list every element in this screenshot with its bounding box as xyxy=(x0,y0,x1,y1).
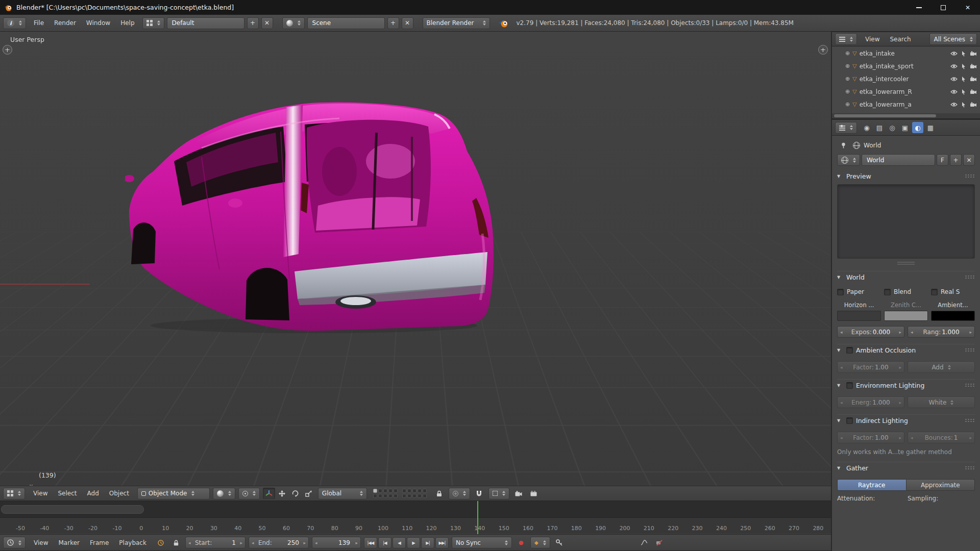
gather-raytrace-button[interactable]: Raytrace xyxy=(837,479,906,491)
layer-dot[interactable] xyxy=(402,494,406,498)
tab-world-icon[interactable]: ◐ xyxy=(912,122,923,133)
driver-curve-button[interactable] xyxy=(638,537,650,548)
renderability-camera-icon[interactable] xyxy=(970,51,977,56)
current-frame-field[interactable]: 139 xyxy=(312,537,361,548)
renderability-camera-icon[interactable] xyxy=(970,64,977,69)
unlink-world-button[interactable]: ✕ xyxy=(963,154,975,166)
add-screen-layout-button[interactable]: + xyxy=(247,17,259,29)
fake-user-button[interactable]: F xyxy=(937,154,948,166)
properties-shelf-expand-icon[interactable]: + xyxy=(818,45,828,55)
visibility-eye-icon[interactable] xyxy=(950,102,958,107)
layer-dot[interactable] xyxy=(378,494,382,498)
horizon-color-swatch[interactable] xyxy=(837,311,881,321)
world-name-field[interactable]: World xyxy=(862,154,935,166)
object-name-label[interactable]: etka_intake xyxy=(860,50,948,57)
layer-dot[interactable] xyxy=(412,494,416,498)
selectability-cursor-icon[interactable] xyxy=(961,63,966,69)
visibility-eye-icon[interactable] xyxy=(950,89,958,94)
menu-view[interactable]: View xyxy=(860,32,885,46)
layer-dot[interactable] xyxy=(423,494,427,498)
outliner-item-etka-intake[interactable]: ⊕ ▽ etka_intake xyxy=(832,47,980,60)
3d-viewport[interactable]: User Persp + + y x (139) xyxy=(0,32,831,486)
viewport-shading-dropdown[interactable] xyxy=(213,488,235,499)
renderability-camera-icon[interactable] xyxy=(970,89,977,94)
delete-scene-button[interactable]: ✕ xyxy=(402,17,413,29)
car-model[interactable] xyxy=(125,101,498,336)
object-name-label[interactable]: etka_lowerarm_R xyxy=(860,88,948,95)
scene-browse-button[interactable] xyxy=(282,17,305,29)
layer-dot[interactable] xyxy=(412,489,416,493)
panel-grip-icon[interactable] xyxy=(965,275,975,280)
layer-dot[interactable] xyxy=(394,489,398,493)
object-icon[interactable]: ⊕ xyxy=(845,88,850,95)
timeline-scrollbar[interactable] xyxy=(1,505,144,514)
scene-name-field[interactable]: Scene xyxy=(307,17,385,29)
tab-texture-icon[interactable]: ▦ xyxy=(925,122,936,133)
render-engine-dropdown[interactable]: Blender Render xyxy=(423,17,490,29)
display-mode-dropdown[interactable]: All Scenes xyxy=(929,33,977,45)
timeline[interactable]: -50-40-30-20-100102030405060708090100110… xyxy=(0,501,831,534)
jump-to-prev-keyframe-button[interactable]: |◀ xyxy=(378,537,391,548)
visibility-eye-icon[interactable] xyxy=(950,51,958,56)
layer-dot[interactable] xyxy=(378,489,382,493)
tab-scene-icon[interactable]: ◎ xyxy=(887,122,898,133)
delete-screen-layout-button[interactable]: ✕ xyxy=(261,17,273,29)
snap-element-dropdown[interactable] xyxy=(488,488,509,499)
ao-factor-field[interactable]: Factor:1.00 xyxy=(837,361,904,373)
screen-layout-name-field[interactable]: Default xyxy=(167,17,244,29)
menu-render[interactable]: Render xyxy=(49,16,81,30)
tab-render-layers-icon[interactable]: ▤ xyxy=(874,122,885,133)
preview-resize-handle[interactable] xyxy=(897,262,915,265)
editor-type-3dview-button[interactable] xyxy=(3,488,25,499)
rotate-manipulator-toggle[interactable] xyxy=(289,488,302,499)
menu-frame[interactable]: Frame xyxy=(85,536,114,550)
ambient-occlusion-checkbox[interactable] xyxy=(846,347,853,354)
outliner-item-etka-lowerarm-r[interactable]: ⊕ ▽ etka_lowerarm_R xyxy=(832,85,980,98)
scale-manipulator-toggle[interactable] xyxy=(303,488,315,499)
sync-mode-dropdown[interactable]: No Sync xyxy=(452,537,512,548)
layer-dot[interactable] xyxy=(418,489,422,493)
menu-playback[interactable]: Playback xyxy=(114,536,152,550)
tab-object-icon[interactable]: ▣ xyxy=(899,122,911,133)
transform-orientation-dropdown[interactable]: Global xyxy=(318,488,367,499)
selectability-cursor-icon[interactable] xyxy=(961,51,966,57)
mode-dropdown[interactable]: Object Mode xyxy=(137,488,210,499)
keying-set-dropdown[interactable]: ◆ xyxy=(530,537,550,548)
menu-file[interactable]: File xyxy=(29,16,49,30)
object-icon[interactable]: ⊕ xyxy=(845,63,850,69)
menu-view[interactable]: View xyxy=(28,486,53,500)
renderability-camera-icon[interactable] xyxy=(970,77,977,82)
play-reverse-button[interactable]: ◀ xyxy=(393,537,406,548)
layer-dot[interactable] xyxy=(423,489,427,493)
object-name-label[interactable]: etka_lowerarm_a xyxy=(860,101,948,108)
layer-dot[interactable] xyxy=(388,494,393,498)
layer-dot[interactable] xyxy=(402,489,406,493)
ao-blend-mode-dropdown[interactable]: Add xyxy=(908,361,975,373)
exposure-field[interactable]: Expos:0.000 xyxy=(837,326,904,338)
jump-to-start-button[interactable]: |◀◀ xyxy=(364,537,377,548)
timeline-ruler[interactable]: -50-40-30-20-100102030405060708090100110… xyxy=(0,518,831,534)
panel-grip-icon[interactable] xyxy=(965,383,975,388)
layer-dot[interactable] xyxy=(388,489,393,493)
maximize-button[interactable] xyxy=(931,0,955,15)
lock-to-scene-toggle[interactable] xyxy=(433,488,446,499)
object-name-label[interactable]: etka_intake_sport xyxy=(860,63,948,70)
object-icon[interactable]: ⊕ xyxy=(845,50,850,57)
proportional-edit-dropdown[interactable] xyxy=(449,488,470,499)
menu-help[interactable]: Help xyxy=(115,16,139,30)
env-energy-field[interactable]: Energ:1.000 xyxy=(837,396,904,408)
selectability-cursor-icon[interactable] xyxy=(961,76,966,82)
menu-select[interactable]: Select xyxy=(53,486,82,500)
outliner-scrollbar[interactable] xyxy=(834,114,936,117)
jump-to-next-keyframe-button[interactable]: ▶| xyxy=(421,537,434,548)
environment-lighting-panel-header[interactable]: ▼ Environment Lighting xyxy=(837,379,975,391)
indirect-lighting-panel-header[interactable]: ▼ Indirect Lighting xyxy=(837,414,975,427)
renderability-camera-icon[interactable] xyxy=(970,102,977,107)
menu-view[interactable]: View xyxy=(29,536,53,550)
editor-type-timeline-button[interactable] xyxy=(3,537,26,548)
zenith-color-swatch[interactable] xyxy=(884,311,928,321)
add-scene-button[interactable]: + xyxy=(387,17,399,29)
blend-sky-checkbox[interactable]: Blend xyxy=(884,288,928,295)
menu-add[interactable]: Add xyxy=(82,486,104,500)
layer-dot[interactable] xyxy=(394,494,398,498)
